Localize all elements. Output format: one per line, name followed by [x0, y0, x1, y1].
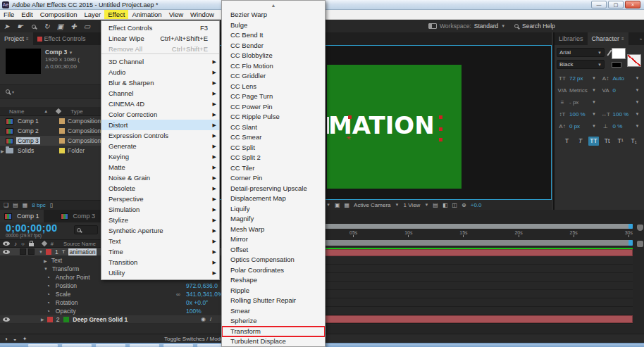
effect-badge-icon[interactable]: ◉	[201, 316, 206, 322]
chevron-down-icon[interactable]: ▼	[395, 203, 400, 207]
distort-submenu-item[interactable]: Corner Pin	[222, 173, 325, 184]
distort-submenu-item[interactable]: Turbulent Displace	[222, 336, 325, 347]
camera-select[interactable]: Active Camera	[354, 202, 390, 208]
effect-menu-item[interactable]: 3D Channel ▶	[101, 56, 219, 67]
live-update-icon[interactable]: ◑	[4, 336, 8, 342]
layer-name[interactable]: Deep Green Solid 1	[73, 316, 128, 323]
effect-menu-item[interactable]: Simulation ▶	[101, 204, 219, 215]
menubar-item[interactable]: Edit	[18, 10, 36, 19]
chevron-down-icon[interactable]: ▼	[592, 76, 596, 80]
distort-submenu-item[interactable]: Transform	[222, 327, 325, 337]
comp-text[interactable]: MATION	[328, 111, 435, 139]
panel-menu-icon[interactable]: ≡	[621, 32, 624, 45]
label-color-chip[interactable]	[47, 317, 53, 322]
workspace-select[interactable]: Standard	[474, 23, 499, 30]
chevron-down-icon[interactable]: ▼	[636, 88, 640, 92]
property-value[interactable]: 972.0,636.0	[186, 282, 218, 289]
effect-menu-item[interactable]: Channel ▶	[101, 88, 219, 99]
view-layout-select[interactable]: 1 View	[404, 202, 421, 208]
quality-switch[interactable]	[20, 248, 26, 255]
selection-handle[interactable]	[439, 127, 442, 131]
faux-italic-button[interactable]: T	[575, 137, 586, 146]
faux-bold-button[interactable]: T	[562, 137, 572, 146]
label-color-swatch[interactable]	[59, 138, 65, 144]
frame-blending-icon[interactable]: ◒	[13, 336, 17, 342]
expander-icon[interactable]: ▶	[0, 149, 6, 153]
timeline-button-icon[interactable]: ◫	[452, 202, 457, 208]
comp-button-icon[interactable]	[637, 241, 643, 247]
distort-submenu-item[interactable]: Mesh Warp	[222, 225, 325, 235]
distort-submenu-item[interactable]: Spherize	[222, 316, 325, 327]
taskbar-window-chip[interactable]	[163, 344, 193, 347]
eye-icon[interactable]	[3, 317, 10, 322]
label-color-swatch[interactable]	[59, 128, 65, 134]
menubar-item[interactable]: File	[0, 10, 18, 19]
magnification-select[interactable]: ▼	[326, 203, 330, 207]
maximize-button[interactable]: ▢	[608, 1, 624, 8]
time-ruler[interactable]: 05s10s15s20s25s30s	[349, 230, 633, 239]
mask-visibility-icon[interactable]: ▦	[345, 202, 350, 208]
effect-menu-item[interactable]: Distort ▶	[101, 120, 219, 130]
new-comp-icon[interactable]: ▦	[23, 202, 28, 208]
setting-value[interactable]: 0 %	[613, 123, 634, 130]
distort-submenu-item[interactable]: CC Power Pin	[222, 102, 325, 113]
trash-icon[interactable]: ▯	[50, 202, 53, 208]
layer-duration-bar-1[interactable]	[317, 249, 633, 256]
timeline-search-input[interactable]	[74, 225, 98, 234]
setting-value[interactable]: 100 %	[613, 111, 634, 118]
stroke-mini-swatch[interactable]	[612, 62, 621, 68]
selection-handle[interactable]	[439, 115, 442, 119]
pan-behind-tool[interactable]: ✚	[67, 20, 80, 32]
eye-column-icon[interactable]	[3, 241, 10, 246]
project-columns-header[interactable]: Name ▲ Type	[0, 107, 104, 116]
distort-submenu-item[interactable]: CC Split 2	[222, 153, 325, 163]
project-search-input[interactable]: ▾	[0, 84, 104, 99]
selection-handle[interactable]	[439, 138, 442, 141]
project-row[interactable]: ▶ Comp 2 Composition	[0, 126, 104, 136]
stopwatch-icon[interactable]: ◔	[47, 308, 50, 315]
distort-submenu-item[interactable]: Reshape	[222, 275, 325, 286]
selected-comp-name[interactable]: Comp 3 ▼	[45, 49, 73, 56]
panel-menu-icon[interactable]: ≡	[26, 32, 29, 45]
close-button[interactable]: ×	[625, 1, 640, 8]
search-help-input[interactable]: Search Help	[522, 23, 555, 30]
chevron-down-icon[interactable]: ▼	[592, 112, 596, 116]
current-timecode[interactable]: 0;00;00;00	[6, 222, 58, 234]
distort-submenu-item[interactable]: CC Flo Motion	[222, 61, 325, 72]
stopwatch-icon[interactable]: ◔	[47, 291, 50, 298]
stopwatch-icon[interactable]: ◔	[47, 300, 50, 306]
distort-submenu-item[interactable]: Offset	[222, 245, 325, 255]
chevron-down-icon[interactable]: ▼	[636, 76, 640, 80]
mask-shape-tool[interactable]: ▭	[80, 20, 94, 32]
label-color-swatch[interactable]	[59, 148, 65, 153]
setting-value[interactable]: 100 %	[569, 111, 590, 118]
effect-menu-item[interactable]: Transition ▶	[101, 257, 219, 267]
timeline-tab-comp1[interactable]: Comp 1	[0, 210, 44, 222]
timeline-tab-comp3[interactable]: Comp 3	[56, 210, 100, 222]
menubar-item[interactable]: Animation	[128, 10, 165, 19]
minimize-button[interactable]: —	[591, 1, 607, 8]
item-name[interactable]: Comp 1	[16, 118, 40, 125]
work-area-handle[interactable]	[628, 240, 633, 246]
column-source-name[interactable]: Source Name	[63, 241, 96, 247]
effect-menu-item[interactable]: Expression Controls ▶	[101, 130, 219, 141]
effect-menu-item[interactable]: Linear Wipe Ctrl+Alt+Shift+E ▶	[101, 33, 219, 44]
flowchart-icon[interactable]: ⊕	[462, 202, 466, 208]
anchor-point-icon[interactable]: ✳	[346, 134, 352, 141]
distort-submenu-item[interactable]: CC Tiler	[222, 163, 325, 174]
font-family-select[interactable]: Arial▼	[557, 48, 605, 57]
blend-mode-icon[interactable]: /	[210, 316, 211, 322]
chevron-down-icon[interactable]: ▼	[636, 124, 640, 128]
solo-column-icon[interactable]: ○	[21, 241, 25, 247]
selection-tool[interactable]: ➤	[0, 20, 13, 32]
setting-value[interactable]: 0	[613, 87, 634, 94]
distort-submenu-item[interactable]: Smear	[222, 306, 325, 317]
effect-menu-item[interactable]: Time ▶	[101, 246, 219, 257]
chevron-down-icon[interactable]: ▼	[592, 100, 596, 104]
effect-menu-item[interactable]: Color Correction ▶	[101, 109, 219, 120]
hand-tool[interactable]: ☛	[13, 20, 27, 32]
distort-submenu-item[interactable]: Detail-preserving Upscale	[222, 184, 325, 194]
distort-submenu-item[interactable]: CC Lens	[222, 82, 325, 92]
eye-icon[interactable]	[3, 250, 10, 254]
effect-menu-item[interactable]: Keying ▶	[101, 151, 219, 162]
